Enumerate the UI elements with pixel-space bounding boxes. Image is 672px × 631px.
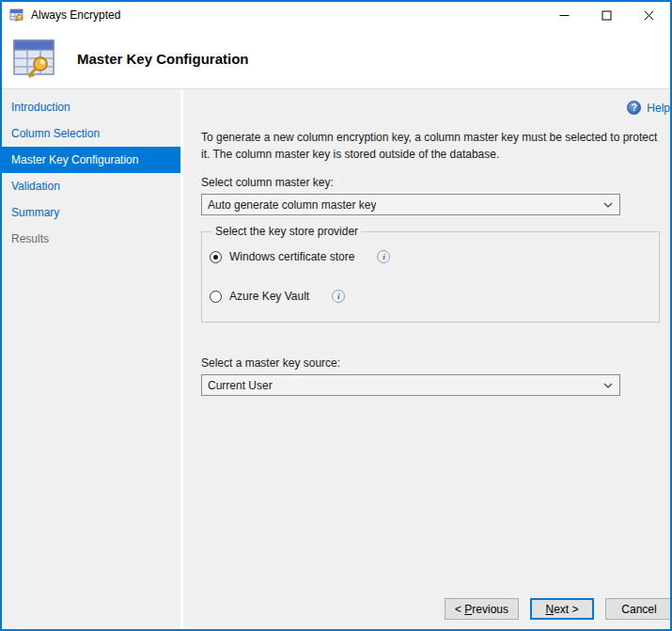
chevron-down-icon — [603, 383, 613, 388]
sidebar-item-validation[interactable]: Validation — [2, 173, 180, 199]
maximize-button[interactable] — [586, 2, 628, 28]
sidebar-item-introduction[interactable]: Introduction — [2, 94, 180, 120]
page-title: Master Key Configuration — [77, 51, 249, 67]
key-store-provider-group: Select the key store provider Windows ce… — [201, 225, 660, 323]
previous-button[interactable]: < Previous — [445, 598, 519, 620]
azure-key-vault-option[interactable]: Azure Key Vault i — [210, 286, 649, 307]
wizard-footer: < Previous Next > Cancel — [445, 598, 672, 620]
table-key-icon — [11, 36, 56, 81]
close-icon — [644, 10, 654, 21]
maximize-icon — [602, 10, 612, 21]
sidebar-item-summary[interactable]: Summary — [2, 199, 180, 226]
window-title: Always Encrypted — [31, 8, 543, 22]
help-label: Help — [647, 102, 670, 115]
wizard-header: Master Key Configuration — [2, 28, 670, 89]
master-key-source-dropdown[interactable]: Current User — [201, 374, 620, 396]
azure-key-vault-radio[interactable] — [210, 291, 222, 303]
column-master-key-label: Select column master key: — [201, 176, 672, 189]
windows-certificate-store-radio[interactable] — [210, 251, 222, 263]
info-icon[interactable]: i — [332, 290, 345, 303]
help-link[interactable]: ? Help — [627, 101, 670, 115]
master-key-source-label: Select a master key source: — [201, 356, 672, 370]
window-controls — [543, 2, 670, 28]
content-pane: ? Help To generate a new column encrypti… — [183, 89, 672, 629]
help-icon: ? — [627, 101, 641, 115]
app-icon — [9, 8, 24, 23]
sidebar-item-master-key-configuration[interactable]: Master Key Configuration — [2, 147, 180, 173]
next-button[interactable]: Next > — [530, 598, 594, 620]
column-master-key-value: Auto generate column master key — [208, 198, 376, 212]
info-icon[interactable]: i — [377, 250, 390, 263]
cancel-button[interactable]: Cancel — [605, 598, 672, 620]
master-key-source-value: Current User — [208, 379, 273, 392]
windows-certificate-store-label: Windows certificate store — [229, 250, 354, 263]
minimize-icon — [559, 10, 570, 21]
key-store-provider-legend: Select the key store provider — [211, 225, 362, 238]
sidebar-item-results: Results — [2, 226, 180, 252]
wizard-steps-sidebar: Introduction Column Selection Master Key… — [2, 89, 180, 629]
sidebar-item-column-selection[interactable]: Column Selection — [2, 120, 180, 147]
chevron-down-icon — [603, 202, 613, 208]
minimize-button[interactable] — [543, 2, 586, 28]
radio-dot — [213, 255, 218, 260]
windows-certificate-store-option[interactable]: Windows certificate store i — [210, 246, 649, 267]
instruction-text: To generate a new column encryption key,… — [201, 129, 668, 163]
azure-key-vault-label: Azure Key Vault — [229, 290, 309, 303]
titlebar: Always Encrypted — [2, 2, 670, 28]
column-master-key-dropdown[interactable]: Auto generate column master key — [201, 194, 620, 215]
always-encrypted-wizard-window: Always Encrypted Master Key Config — [0, 0, 672, 631]
close-button[interactable] — [628, 2, 670, 28]
